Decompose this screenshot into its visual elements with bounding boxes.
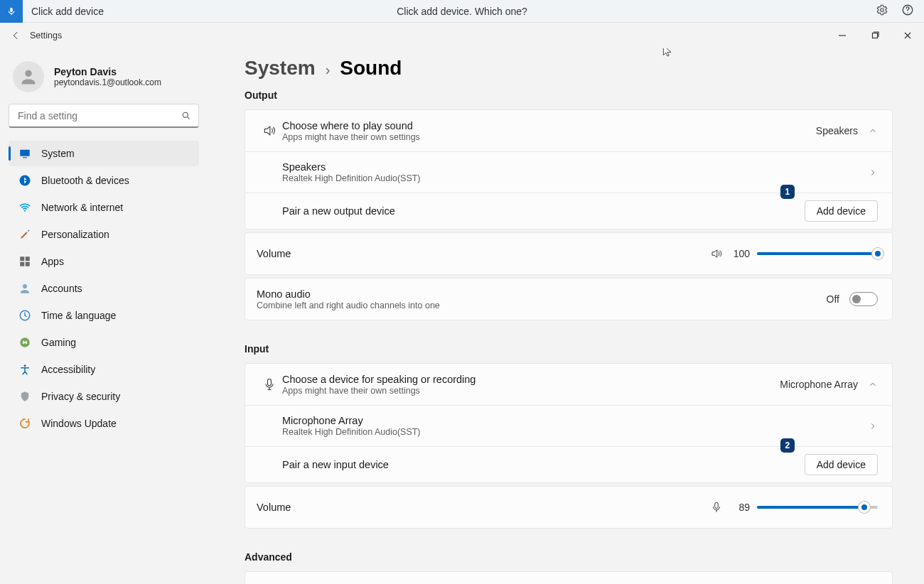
- nav-label: Gaming: [41, 337, 76, 348]
- mono-audio-row[interactable]: Mono audio Combine left and right audio …: [245, 279, 892, 320]
- main-content: System › Sound Output Choose where to pl…: [213, 48, 924, 584]
- output-device-card: Choose where to play sound Apps might ha…: [245, 109, 893, 229]
- sidebar: Peyton Davis peytondavis.1@outlook.com S…: [0, 48, 213, 584]
- input-volume-value: 89: [730, 502, 750, 513]
- output-volume-slider[interactable]: [757, 252, 878, 255]
- nav-item-personalization[interactable]: Personalization: [9, 222, 199, 247]
- nav-item-network[interactable]: Network & internet: [9, 195, 199, 220]
- input-volume-row[interactable]: Volume 89: [245, 487, 892, 528]
- output-device-item[interactable]: Speakers Realtek High Definition Audio(S…: [245, 151, 892, 193]
- volume-label: Volume: [257, 502, 291, 513]
- choose-output-row[interactable]: Choose where to play sound Apps might ha…: [245, 110, 892, 151]
- section-title-input: Input: [245, 343, 893, 355]
- svg-point-17: [24, 364, 26, 367]
- help-icon[interactable]: [901, 4, 914, 18]
- device-driver: Realtek High Definition Audio(SST): [282, 173, 421, 183]
- minimize-button[interactable]: [826, 23, 859, 48]
- input-volume-slider[interactable]: [757, 506, 878, 509]
- microphone-icon: [6, 6, 16, 16]
- page-title: Sound: [340, 57, 402, 80]
- nav-label: Accounts: [41, 283, 82, 294]
- nav-item-privacy[interactable]: Privacy & security: [9, 384, 199, 409]
- input-device-item[interactable]: Microphone Array Realtek High Definition…: [245, 405, 892, 446]
- chevron-up-icon: [868, 126, 878, 136]
- row-subtitle: Apps might have their own settings: [282, 132, 420, 142]
- output-volume-row[interactable]: Volume 100: [245, 233, 892, 274]
- svg-point-2: [907, 12, 908, 13]
- accessibility-icon: [18, 363, 31, 376]
- pair-input-row: Pair a new input device 2 Add device: [245, 446, 892, 482]
- row-subtitle: Apps might have their own settings: [282, 386, 476, 396]
- nav-label: Accessibility: [41, 364, 95, 375]
- microphone-icon: [710, 501, 723, 514]
- device-name: Microphone Array: [282, 415, 421, 426]
- input-selected-value: Microphone Array: [780, 379, 858, 390]
- choose-input-row[interactable]: Choose a device for speaking or recordin…: [245, 364, 892, 405]
- nav-label: Bluetooth & devices: [41, 175, 129, 186]
- chevron-up-icon: [868, 379, 878, 389]
- profile-name: Peyton Davis: [54, 66, 161, 77]
- assistant-bar: Click add device Click add device. Which…: [0, 0, 924, 23]
- device-name: Speakers: [282, 161, 421, 173]
- callout-badge-1: 1: [780, 185, 795, 199]
- svg-rect-12: [20, 262, 24, 266]
- search-input[interactable]: [16, 109, 181, 122]
- svg-point-0: [881, 9, 884, 12]
- troubleshoot-row: Troubleshoot common sound problems Outpu…: [245, 572, 892, 584]
- maximize-button[interactable]: [859, 23, 891, 48]
- account-header[interactable]: Peyton Davis peytondavis.1@outlook.com: [9, 57, 199, 104]
- svg-point-8: [20, 175, 31, 186]
- speaker-icon: [710, 247, 723, 260]
- nav-item-accounts[interactable]: Accounts: [9, 276, 199, 301]
- svg-rect-3: [873, 33, 878, 38]
- nav-item-update[interactable]: Windows Update: [9, 411, 199, 436]
- assistant-question: Click add device. Which one?: [397, 6, 527, 17]
- nav-item-bluetooth[interactable]: Bluetooth & devices: [9, 168, 199, 193]
- settings-gear-icon[interactable]: [876, 4, 888, 18]
- svg-point-9: [24, 210, 26, 211]
- svg-rect-11: [26, 256, 30, 261]
- breadcrumb-parent[interactable]: System: [245, 57, 316, 80]
- nav-item-apps[interactable]: Apps: [9, 249, 199, 274]
- pair-label: Pair a new input device: [282, 459, 389, 470]
- window-titlebar: Settings: [0, 23, 924, 48]
- update-icon: [18, 417, 31, 430]
- pair-output-row: Pair a new output device 1 Add device: [245, 193, 892, 229]
- gaming-icon: [18, 336, 31, 349]
- nav-item-system[interactable]: System: [9, 141, 199, 166]
- microphone-icon: [262, 377, 276, 391]
- row-title: Choose where to play sound: [282, 120, 420, 131]
- pair-label: Pair a new output device: [282, 205, 395, 217]
- nav-item-time[interactable]: Time & language: [9, 303, 199, 328]
- nav-label: Personalization: [41, 229, 109, 240]
- svg-rect-13: [26, 262, 30, 266]
- section-title-advanced: Advanced: [245, 551, 893, 563]
- nav-item-accessibility[interactable]: Accessibility: [9, 357, 199, 382]
- close-button[interactable]: [891, 23, 924, 48]
- nav-label: Windows Update: [41, 418, 117, 429]
- profile-email: peytondavis.1@outlook.com: [54, 77, 161, 87]
- svg-rect-18: [268, 379, 272, 386]
- chevron-right-icon: ›: [326, 62, 331, 78]
- row-title: Choose a device for speaking or recordin…: [282, 374, 476, 385]
- nav-label: Apps: [41, 256, 64, 267]
- search-box[interactable]: [9, 104, 199, 128]
- volume-label: Volume: [257, 248, 291, 259]
- person-icon: [18, 67, 38, 87]
- system-icon: [18, 147, 31, 160]
- input-device-card: Choose a device for speaking or recordin…: [245, 363, 893, 483]
- nav-label: Time & language: [41, 310, 116, 321]
- wifi-icon: [18, 201, 31, 214]
- mono-state: Off: [827, 293, 839, 305]
- back-button[interactable]: [6, 30, 26, 41]
- chevron-right-icon: [868, 421, 878, 431]
- add-output-device-button[interactable]: Add device: [805, 200, 878, 222]
- bluetooth-icon: [18, 174, 31, 187]
- svg-rect-19: [715, 502, 719, 508]
- svg-point-4: [25, 70, 31, 77]
- nav-item-gaming[interactable]: Gaming: [9, 330, 199, 355]
- mono-toggle[interactable]: [849, 292, 878, 306]
- breadcrumb: System › Sound: [245, 57, 893, 80]
- add-input-device-button[interactable]: Add device: [805, 454, 878, 475]
- voice-mic-button[interactable]: [0, 0, 23, 23]
